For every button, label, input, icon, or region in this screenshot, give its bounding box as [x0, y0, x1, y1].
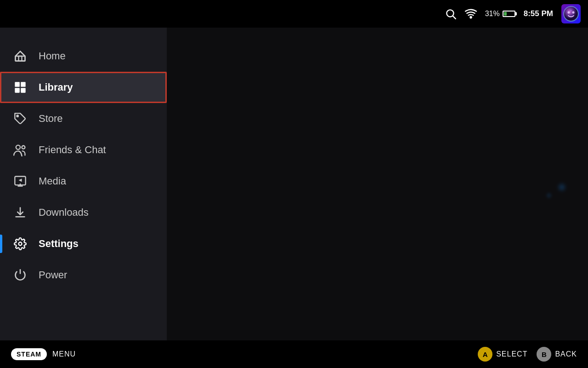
sidebar-item-home-label: Home: [39, 50, 66, 62]
svg-point-14: [22, 146, 25, 149]
a-button[interactable]: A: [478, 347, 492, 362]
steam-menu-button[interactable]: STEAM MENU: [11, 348, 76, 360]
svg-point-13: [16, 145, 20, 150]
sidebar-item-downloads[interactable]: Downloads: [0, 197, 167, 228]
downloads-icon: [13, 205, 28, 220]
svg-point-4: [568, 12, 570, 14]
store-icon: [13, 111, 28, 126]
sidebar-item-library[interactable]: Library: [0, 72, 167, 103]
sidebar-item-library-label: Library: [39, 81, 73, 93]
sidebar-item-power[interactable]: Power: [0, 259, 167, 291]
sidebar-item-home[interactable]: Home: [0, 40, 167, 72]
svg-rect-8: [15, 82, 20, 87]
svg-rect-7: [16, 56, 25, 61]
svg-point-5: [572, 12, 575, 14]
svg-point-3: [564, 7, 578, 21]
top-bar: 31% 8:55 PM: [0, 0, 588, 28]
svg-line-1: [453, 16, 456, 19]
settings-icon: [13, 236, 28, 251]
library-icon: [13, 80, 28, 95]
b-button[interactable]: B: [537, 347, 551, 362]
top-bar-icons: 31% 8:55 PM: [445, 4, 581, 23]
back-button-group: B BACK: [537, 347, 577, 362]
home-icon: [13, 49, 28, 63]
sidebar-item-power-label: Power: [39, 269, 67, 281]
avatar[interactable]: [561, 4, 581, 23]
media-icon: [13, 174, 28, 189]
decorative-dot: [559, 184, 565, 190]
sidebar-item-store[interactable]: Store: [0, 103, 167, 134]
back-label: BACK: [555, 350, 577, 358]
svg-rect-11: [21, 88, 25, 93]
decorative-dot-2: [547, 193, 551, 198]
avatar-face: [563, 6, 579, 22]
sidebar: Home Library Store: [0, 28, 167, 340]
sidebar-item-store-label: Store: [39, 113, 63, 125]
battery-percent: 31%: [485, 10, 500, 18]
sidebar-item-settings[interactable]: Settings: [0, 228, 167, 259]
power-icon: [13, 268, 28, 282]
svg-rect-10: [15, 88, 20, 93]
friends-icon: [13, 143, 28, 157]
steam-pill[interactable]: STEAM: [11, 348, 47, 360]
main-content: [167, 28, 588, 340]
bottom-bar: STEAM MENU A SELECT B BACK: [0, 340, 588, 368]
svg-rect-9: [21, 82, 25, 87]
select-label: SELECT: [496, 350, 527, 358]
sidebar-item-friends-label: Friends & Chat: [39, 144, 106, 156]
svg-point-16: [19, 242, 22, 246]
sidebar-item-downloads-label: Downloads: [39, 207, 89, 218]
svg-point-6: [571, 10, 571, 11]
bottom-right-controls: A SELECT B BACK: [478, 347, 577, 362]
sidebar-item-settings-label: Settings: [39, 238, 79, 250]
menu-label: MENU: [52, 350, 76, 358]
svg-point-12: [17, 115, 18, 117]
sidebar-item-media[interactable]: Media: [0, 166, 167, 197]
sidebar-item-friends[interactable]: Friends & Chat: [0, 134, 167, 166]
clock: 8:55 PM: [524, 9, 553, 18]
select-button-group: A SELECT: [478, 347, 527, 362]
svg-point-2: [470, 17, 471, 18]
broadcast-icon[interactable]: [465, 9, 477, 19]
sidebar-item-media-label: Media: [39, 175, 66, 187]
search-icon[interactable]: [445, 8, 457, 20]
battery-block: 31%: [485, 10, 515, 18]
battery-icon: [503, 11, 515, 17]
